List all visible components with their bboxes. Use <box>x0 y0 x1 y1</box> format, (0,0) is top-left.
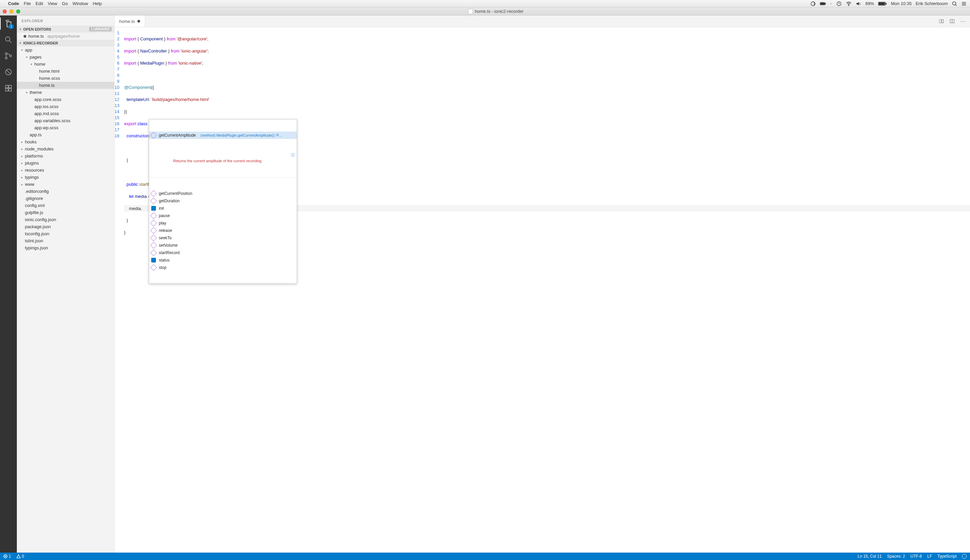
timemachine-icon[interactable] <box>836 1 842 7</box>
datetime[interactable]: Mon 10:35 <box>891 1 911 6</box>
tree-file[interactable]: app.variables.scss <box>17 117 114 124</box>
dnd-icon[interactable] <box>810 1 816 7</box>
battery-percent[interactable]: 89% <box>865 1 874 6</box>
tree-file[interactable]: typings.json <box>17 244 114 252</box>
intellisense-label: stop <box>159 265 166 271</box>
tree-file[interactable]: app.md.scss <box>17 110 114 117</box>
activity-explorer[interactable]: 1 <box>4 19 13 28</box>
tree-file[interactable]: package.json <box>17 223 114 230</box>
tree-file[interactable]: app.core.scss <box>17 96 114 103</box>
tree-file[interactable]: ionic.config.json <box>17 216 114 223</box>
status-spaces[interactable]: Spaces: 2 <box>887 554 905 558</box>
compare-icon[interactable] <box>938 18 945 24</box>
tree-file[interactable]: app.ts <box>17 131 114 138</box>
app-name[interactable]: Code <box>8 1 19 6</box>
menu-icon[interactable] <box>961 2 967 6</box>
tree-item-label: typings.json <box>25 245 48 250</box>
tree-file[interactable]: .editorconfig <box>17 188 114 195</box>
svg-rect-2 <box>825 3 826 4</box>
info-icon[interactable]: ⓘ <box>291 152 295 158</box>
tree-item-label: app.wp.scss <box>34 125 59 130</box>
status-encoding[interactable]: UTF-8 <box>910 554 922 558</box>
tree-folder[interactable]: ▸node_modules <box>17 145 114 152</box>
intellisense-doc: Returns the current amplitude of the cur… <box>149 151 297 178</box>
volume-icon[interactable] <box>856 2 861 6</box>
more-icon[interactable]: ⋯ <box>960 18 966 24</box>
tree-folder[interactable]: ▸plugins <box>17 160 114 167</box>
status-eol[interactable]: LF <box>927 554 932 558</box>
tree-folder[interactable]: ▾home <box>17 61 114 68</box>
activity-extensions[interactable] <box>4 83 13 93</box>
intellisense-item[interactable]: status <box>149 257 297 264</box>
tree-folder[interactable]: ▾app <box>17 47 114 53</box>
tree-folder[interactable]: ▸www <box>17 181 114 188</box>
tree-file[interactable]: gulpfile.js <box>17 209 114 216</box>
tree-file[interactable]: tsconfig.json <box>17 230 114 237</box>
tree-folder[interactable]: ▸typings <box>17 174 114 181</box>
tree-item-label: plugins <box>25 160 39 165</box>
menu-help[interactable]: Help <box>93 1 102 6</box>
tree-file[interactable]: home.ts <box>17 82 114 89</box>
menu-go[interactable]: Go <box>62 1 68 6</box>
menu-window[interactable]: Window <box>72 1 88 6</box>
activity-git[interactable] <box>4 51 13 61</box>
feedback-icon[interactable] <box>962 554 967 558</box>
tree-item-label: package.json <box>25 224 51 229</box>
split-editor-icon[interactable] <box>949 18 955 24</box>
status-errors[interactable]: 1 <box>3 554 11 558</box>
menu-view[interactable]: View <box>48 1 57 6</box>
tree-file[interactable]: .gitignore <box>17 195 114 202</box>
battery-menu-icon[interactable] <box>820 2 826 6</box>
intellisense-item[interactable]: setVolume <box>149 242 297 249</box>
tree-folder[interactable]: ▸platforms <box>17 152 114 160</box>
tree-file[interactable]: home.html <box>17 68 114 75</box>
chevron-down-icon: ▾ <box>20 28 21 31</box>
maximize-button[interactable] <box>16 9 20 13</box>
intellisense-item[interactable]: startRecord <box>149 249 297 257</box>
menu-edit[interactable]: Edit <box>35 1 43 6</box>
status-language[interactable]: TypeScript <box>937 554 957 558</box>
intellisense-item[interactable]: getCurrentPosition <box>149 190 297 197</box>
tree-file[interactable]: tslint.json <box>17 237 114 244</box>
intellisense-item[interactable]: stop <box>149 264 297 271</box>
tree-file[interactable]: app.ios.scss <box>17 103 114 110</box>
intellisense-item[interactable]: pause <box>149 212 297 219</box>
minimize-button[interactable] <box>9 9 13 13</box>
intellisense-item[interactable]: seekTo <box>149 234 297 242</box>
intellisense-label: startRecord <box>159 250 179 256</box>
code-editor[interactable]: 123456789101112131415161718 import { Com… <box>115 27 970 553</box>
menu-file[interactable]: File <box>24 1 31 6</box>
intellisense-item[interactable]: getDuration <box>149 197 297 205</box>
open-editor-item[interactable]: home.ts app/pages/home <box>17 33 114 40</box>
intellisense-item[interactable]: play <box>149 219 297 227</box>
tree-file[interactable]: home.scss <box>17 75 114 82</box>
method-icon <box>151 242 157 249</box>
wifi-icon[interactable] <box>846 2 852 6</box>
chevron-icon: ▸ <box>20 155 23 158</box>
code-content[interactable]: import { Component } from '@angular/core… <box>124 27 970 553</box>
tree-folder[interactable]: ▾pages <box>17 53 114 61</box>
tree-folder[interactable]: ▸resources <box>17 167 114 174</box>
tab-home-ts[interactable]: home.ts <box>115 15 145 27</box>
tree-file[interactable]: config.xml <box>17 202 114 209</box>
battery-icon[interactable] <box>878 2 887 6</box>
open-editor-name: home.ts <box>28 34 44 39</box>
status-warnings[interactable]: 0 <box>17 554 24 558</box>
intellisense-item[interactable]: init <box>149 205 297 212</box>
open-editors-header[interactable]: ▾ OPEN EDITORS 1 UNSAVED <box>17 25 114 33</box>
activity-debug[interactable] <box>4 67 13 77</box>
tree-file[interactable]: app.wp.scss <box>17 124 114 131</box>
bluetooth-icon[interactable]: ⌖ <box>830 1 832 7</box>
tree-folder[interactable]: ▸hooks <box>17 138 114 145</box>
activity-search[interactable] <box>4 35 13 45</box>
status-position[interactable]: Ln 15, Col 11 <box>858 554 882 558</box>
tree-folder[interactable]: ▾theme <box>17 89 114 96</box>
project-header[interactable]: ▾ IONIC2-RECORDER <box>17 40 114 47</box>
close-button[interactable] <box>3 9 7 13</box>
unsaved-tag: 1 UNSAVED <box>89 27 112 31</box>
intellisense-item[interactable]: release <box>149 227 297 234</box>
user-name[interactable]: Erik Schierboom <box>916 1 948 6</box>
intellisense-popup[interactable]: getCurrentAmplitude (method) MediaPlugin… <box>149 119 297 284</box>
intellisense-item-selected[interactable]: getCurrentAmplitude (method) MediaPlugin… <box>149 132 297 139</box>
spotlight-icon[interactable] <box>952 1 957 7</box>
